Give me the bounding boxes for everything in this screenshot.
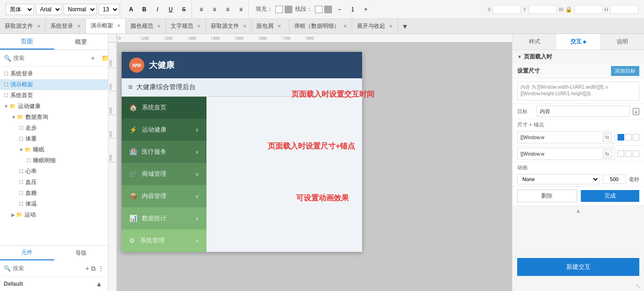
- checkbox-1c[interactable]: [633, 134, 639, 141]
- tree-toggle-5[interactable]: ▼: [11, 115, 16, 120]
- tab-close-6[interactable]: ✕: [243, 24, 247, 29]
- strikethrough-btn[interactable]: S: [178, 4, 190, 15]
- nav-item-shujutongji[interactable]: 📊 数据统计 ∨: [122, 208, 206, 230]
- underline-btn[interactable]: U: [165, 4, 176, 15]
- align-right-btn[interactable]: ≡: [222, 4, 233, 15]
- tab-wenziguifan[interactable]: 文字规范 ✕: [166, 19, 206, 33]
- delete-btn[interactable]: 删除: [517, 190, 577, 202]
- checkbox-2b[interactable]: [625, 150, 632, 157]
- nav-item-xitongguanli[interactable]: ⚙ 系统管理 ∨: [122, 230, 206, 252]
- fill-color-solid[interactable]: [285, 6, 292, 13]
- align-left-btn[interactable]: ≡: [196, 4, 207, 15]
- complete-btn[interactable]: 完成: [581, 190, 640, 202]
- bold-btn[interactable]: A: [125, 4, 137, 15]
- tab-yanshikuangjia[interactable]: 演示框架 ✕: [86, 19, 126, 33]
- tab-close-9[interactable]: ✕: [389, 24, 393, 29]
- stroke-weight[interactable]: [324, 6, 332, 13]
- add-target-btn[interactable]: 添加目标: [611, 66, 639, 76]
- animation-ms-input[interactable]: [603, 175, 626, 184]
- tab-close-1[interactable]: ✕: [37, 24, 41, 29]
- tab-close-5[interactable]: ✕: [197, 24, 201, 29]
- right-tab-style[interactable]: 样式: [512, 34, 556, 50]
- canvas-scroll[interactable]: ww 大健康 ≡ 大健康综合管理后台 🏠 系: [117, 42, 512, 291]
- nav-item-yiliaofuwu[interactable]: 🏥 医疗服务 ∨: [122, 141, 206, 163]
- target-expand-btn[interactable]: ▲: [633, 108, 639, 115]
- bottom-tab-components[interactable]: 元件: [0, 246, 54, 260]
- section-collapse-icon[interactable]: ▼: [517, 54, 522, 59]
- right-tab-note[interactable]: 说明: [600, 34, 644, 50]
- tree-toggle-8[interactable]: ▼: [19, 147, 24, 152]
- align-justify-btn[interactable]: ≡: [235, 4, 247, 15]
- tab-close-3[interactable]: ✕: [117, 23, 121, 28]
- tree-toggle-14[interactable]: ▶: [11, 212, 15, 217]
- add-page-btn[interactable]: +: [88, 53, 98, 63]
- tab-close-4[interactable]: ✕: [157, 24, 161, 29]
- tree-toggle-4[interactable]: ▼: [4, 104, 8, 109]
- tab-yanseguifan[interactable]: 颜色规范 ✕: [126, 19, 166, 33]
- tree-item-yundongjiankanng[interactable]: ▼ 📁 运动健康: [0, 101, 108, 112]
- tree-item-xuetang[interactable]: ☐ 血糖: [0, 188, 108, 199]
- page-search-input[interactable]: [13, 55, 84, 61]
- expand-interactions-btn[interactable]: ▲: [512, 206, 644, 216]
- stroke-num-btn[interactable]: 1: [347, 4, 358, 15]
- stroke-plus-btn[interactable]: +: [360, 4, 372, 15]
- tab-xitongdenglu[interactable]: 系统登录 ✕: [46, 19, 86, 33]
- tab-huoquyuanwenjian2[interactable]: 获取源文件 ✕: [206, 19, 252, 33]
- tree-item-xitongshougye[interactable]: ☐ 系统首页: [0, 90, 108, 101]
- tree-item-tiwen[interactable]: ☐ 体温: [0, 199, 108, 209]
- right-tab-interaction[interactable]: 交互: [556, 34, 600, 50]
- font-family-select[interactable]: 黑体: [6, 4, 34, 15]
- nav-item-shangchenguanli[interactable]: 🛒 商城管理 ∨: [122, 163, 206, 185]
- y-input[interactable]: [528, 5, 557, 14]
- nav-item-neirongguanli[interactable]: 📦 内容管理 ∨: [122, 185, 206, 208]
- x-input[interactable]: [493, 5, 521, 14]
- checkbox-2a[interactable]: [618, 150, 624, 157]
- component-copy-btn[interactable]: ⧉: [91, 263, 96, 274]
- bottom-tab-masters[interactable]: 母版: [54, 246, 108, 260]
- tabs-more-btn[interactable]: ▼: [398, 19, 412, 33]
- font-weight-select[interactable]: Normal: [64, 4, 97, 15]
- tab-tanko[interactable]: 弹框（数据明细） ✕: [289, 19, 352, 33]
- bold-text-btn[interactable]: B: [139, 4, 150, 15]
- tab-huoquyuanwenjian1[interactable]: 获取源文件 ✕: [0, 19, 46, 33]
- italic-btn[interactable]: I: [152, 4, 163, 15]
- tab-zhankai[interactable]: 展开与收起 ✕: [352, 19, 398, 33]
- tree-item-shuimianmingxi[interactable]: ☐ 睡眠明细: [0, 155, 108, 166]
- h-input[interactable]: [610, 5, 638, 14]
- checkbox-2c[interactable]: [633, 150, 639, 157]
- tree-item-xitongdenglu[interactable]: ☐ 系统登录: [0, 68, 108, 79]
- w-input[interactable]: [574, 5, 603, 14]
- checkbox-1b[interactable]: [625, 134, 632, 141]
- tab-close-7[interactable]: ✕: [277, 24, 281, 29]
- tree-item-shuimian[interactable]: ▼ 📁 睡眠: [0, 144, 108, 155]
- font-style-select[interactable]: Arial: [36, 4, 62, 15]
- tree-item-xuexia[interactable]: ☐ 血压: [0, 177, 108, 188]
- tree-item-shujuchaxun[interactable]: ▼ 📁 数据查询: [0, 112, 108, 123]
- nav-item-yundongjiankanng[interactable]: ⚡ 运动健康 ∨: [122, 119, 206, 141]
- component-more-btn[interactable]: ⋮: [98, 263, 104, 274]
- resize-icon[interactable]: ⤡: [636, 283, 640, 289]
- tab-mianbao[interactable]: 面包屑 ✕: [252, 19, 289, 33]
- component-add-btn[interactable]: +: [85, 263, 89, 274]
- checkbox-1a[interactable]: [618, 134, 624, 141]
- new-interaction-btn[interactable]: 新建交互: [517, 258, 639, 276]
- font-size-select[interactable]: 13: [99, 4, 119, 15]
- stroke-minus-btn[interactable]: −: [334, 4, 345, 15]
- nav-item-xitongshougye[interactable]: 🏠 系统首页: [122, 97, 206, 119]
- left-tab-overview[interactable]: 概要: [54, 34, 108, 50]
- component-section-arrow[interactable]: ▲: [94, 279, 104, 289]
- tree-item-xinlv[interactable]: ☐ 心率: [0, 166, 108, 177]
- tree-item-zoubui[interactable]: ☐ 走步: [0, 123, 108, 133]
- tree-item-tizhong[interactable]: ☐ 体重: [0, 133, 108, 144]
- align-center-btn[interactable]: ≡: [209, 4, 220, 15]
- stroke-color[interactable]: [315, 6, 322, 13]
- component-search-input[interactable]: [13, 265, 83, 272]
- tree-item-yanshikuangjia[interactable]: ☐ 演示框架: [0, 79, 108, 90]
- fx-btn-2[interactable]: fx: [603, 150, 611, 158]
- animation-select[interactable]: None: [517, 174, 600, 184]
- fx-btn-1[interactable]: fx: [603, 133, 611, 141]
- fill-color-empty[interactable]: [275, 6, 283, 13]
- page-folder-btn[interactable]: 📁: [100, 53, 108, 63]
- tab-close-2[interactable]: ✕: [77, 24, 81, 29]
- tree-item-yundong[interactable]: ▶ 📁 运动: [0, 209, 108, 220]
